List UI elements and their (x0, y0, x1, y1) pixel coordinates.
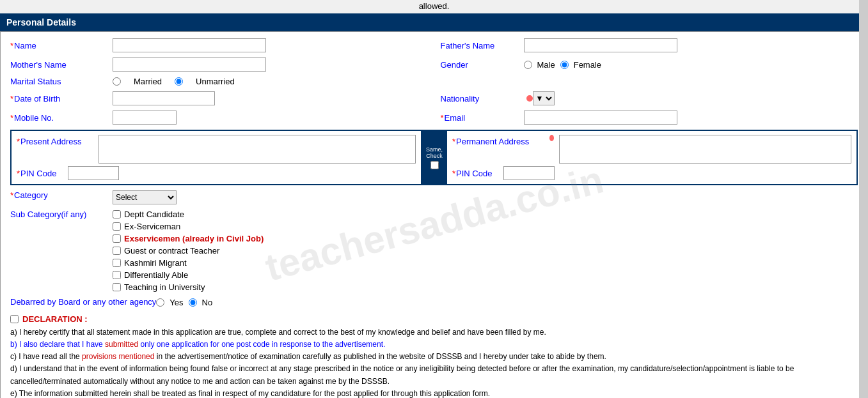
debarred-row: Debarred by Board or any other agency Ye… (10, 297, 858, 308)
personal-details-form: Name Father's Name Mother's Name Gender … (0, 31, 868, 398)
sub-cat-exservicemen-civil: Exservicemen (already in Civil Job) (113, 234, 264, 243)
category-section: Category Select General OBC SC ST (10, 190, 858, 204)
permanent-address-block: Permanent Address PIN Code (447, 131, 856, 184)
mobile-col: Mobile No. (10, 111, 428, 125)
exserviceman-checkbox[interactable] (113, 222, 121, 231)
decl-line-a: a) I hereby certify that all statement m… (10, 326, 858, 339)
decl-line-c: c) I have read all the provisions mentio… (10, 351, 858, 363)
permanent-pin-input[interactable] (503, 166, 555, 180)
teaching-university-checkbox[interactable] (113, 283, 121, 291)
nationality-label: Nationality (441, 94, 524, 103)
same-check-checkbox[interactable] (430, 161, 439, 169)
fathers-name-input[interactable] (524, 38, 677, 52)
fathers-name-label: Father's Name (441, 41, 524, 50)
gender-female-label: Female (574, 60, 601, 70)
section-header: Personal Details (0, 13, 868, 31)
category-label: Category (10, 190, 113, 200)
fathers-name-col: Father's Name (428, 38, 858, 52)
sub-cat-deptt: Deptt Candidate (113, 210, 264, 219)
category-content: Select General OBC SC ST (113, 190, 177, 204)
marital-married-label: Married (134, 77, 162, 86)
mobile-label: Mobile No. (10, 113, 113, 123)
nationality-dot (526, 95, 533, 102)
guest-teacher-checkbox[interactable] (113, 247, 121, 255)
dob-nationality-row: Date of Birth Nationality ▼ (10, 91, 858, 105)
gender-label: Gender (441, 60, 524, 70)
present-pin-row: PIN Code (17, 166, 416, 180)
sub-cat-kashmiri: Kashmiri Migrant (113, 258, 264, 268)
differently-able-label: Differentially Able (124, 270, 188, 280)
marital-married-radio[interactable] (113, 77, 121, 86)
declaration-header: DECLARATION : (10, 314, 858, 324)
mothers-name-label: Mother's Name (10, 60, 113, 70)
sub-cat-exserviceman: Ex-Serviceman (113, 222, 264, 231)
deptt-checkbox[interactable] (113, 210, 121, 218)
debarred-yes-radio[interactable] (156, 298, 164, 307)
name-label: Name (10, 41, 113, 50)
mothers-name-row: Mother's Name Gender Male Female (10, 57, 858, 72)
dob-input[interactable] (113, 91, 215, 105)
permanent-address-label: Permanent Address (452, 135, 542, 146)
mothers-name-col: Mother's Name (10, 57, 428, 72)
marital-status-row: Marital Status Married Unmarried (10, 77, 858, 86)
present-pin-input[interactable] (68, 166, 119, 180)
nationality-select[interactable]: ▼ (533, 91, 555, 105)
debarred-yes-label: Yes (170, 298, 183, 307)
marital-unmarried-radio[interactable] (175, 77, 183, 86)
permanent-address-input[interactable] (559, 135, 851, 164)
decl-line-b: b) I also declare that I have submitted … (10, 339, 858, 351)
email-col: Email (428, 111, 858, 125)
gender-male-label: Male (537, 60, 555, 70)
sub-category-section: Sub Category(if any) Deptt Candidate Ex-… (10, 210, 858, 292)
debarred-radio-group: Yes No (156, 298, 212, 307)
declaration-checkbox[interactable] (10, 315, 19, 323)
present-pin-label: PIN Code (17, 169, 68, 178)
differently-able-checkbox[interactable] (113, 271, 121, 279)
debarred-no-label: No (202, 298, 213, 307)
exservicemen-civil-checkbox[interactable] (113, 234, 121, 243)
exserviceman-label: Ex-Serviceman (124, 222, 180, 231)
same-check-button[interactable]: Same,Check (422, 131, 447, 184)
debarred-label: Debarred by Board or any other agency (10, 297, 156, 308)
sub-category-list: Deptt Candidate Ex-Serviceman Exservicem… (113, 210, 264, 292)
gender-female-radio[interactable] (560, 61, 569, 69)
name-row: Name Father's Name (10, 38, 858, 52)
marital-status-col: Marital Status Married Unmarried (10, 77, 858, 86)
allowed-text: allowed. (0, 0, 868, 13)
permanent-pin-row: PIN Code (452, 166, 851, 180)
name-input[interactable] (113, 38, 266, 52)
email-input[interactable] (524, 111, 677, 125)
marital-unmarried-label: Unmarried (196, 77, 235, 86)
scrollbar[interactable] (859, 0, 868, 398)
declaration-section: DECLARATION : a) I hereby certify that a… (10, 314, 858, 398)
present-address-input[interactable] (99, 135, 416, 164)
deptt-label: Deptt Candidate (124, 210, 184, 219)
category-select[interactable]: Select General OBC SC ST (113, 190, 177, 204)
declaration-header-label: DECLARATION : (22, 314, 88, 324)
perm-addr-dot (549, 135, 554, 141)
dob-col: Date of Birth (10, 91, 428, 105)
marital-radio-group: Married Unmarried (113, 77, 235, 86)
mobile-email-row: Mobile No. Email (10, 111, 858, 125)
sub-cat-guest-teacher: Guest or contract Teacher (113, 246, 264, 256)
same-check-label: Same,Check (426, 146, 443, 159)
sub-category-label: Sub Category(if any) (10, 210, 113, 219)
dob-label: Date of Birth (10, 94, 113, 103)
kashmiri-checkbox[interactable] (113, 259, 121, 267)
nationality-col: Nationality ▼ (428, 91, 858, 105)
marital-status-label: Marital Status (10, 77, 113, 86)
gender-male-radio[interactable] (524, 61, 532, 69)
exservicemen-civil-label: Exservicemen (already in Civil Job) (124, 234, 264, 243)
name-col: Name (10, 38, 428, 52)
kashmiri-label: Kashmiri Migrant (124, 258, 187, 268)
address-section: Present Address PIN Code Same,Check Perm… (10, 130, 858, 185)
guest-teacher-label: Guest or contract Teacher (124, 246, 219, 256)
debarred-no-radio[interactable] (189, 298, 197, 307)
mothers-name-input[interactable] (113, 57, 266, 72)
mobile-input[interactable] (113, 111, 177, 125)
decl-c-provisions: provisions mentioned (82, 352, 154, 361)
sub-cat-teaching-university: Teaching in University (113, 282, 264, 292)
teaching-university-label: Teaching in University (124, 282, 205, 292)
decl-b-submitted: submitted (105, 340, 138, 349)
gender-radio-group: Male Female (524, 60, 602, 70)
